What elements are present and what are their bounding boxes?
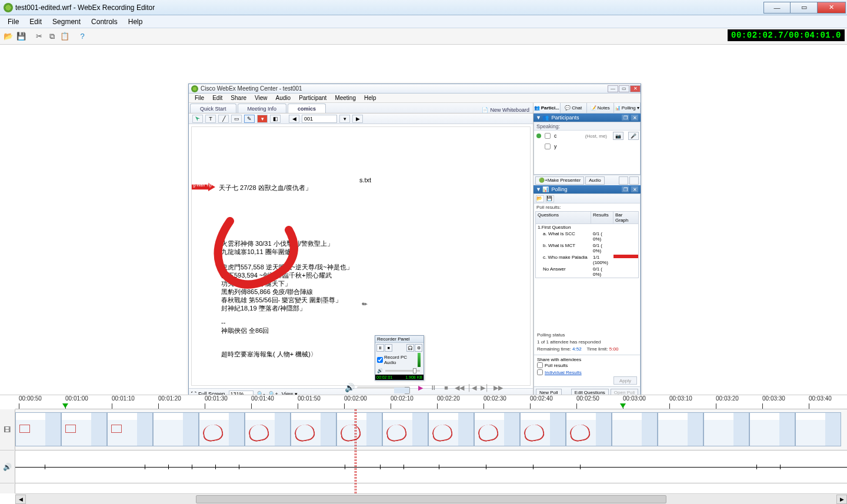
page-number-field[interactable] bbox=[302, 115, 337, 123]
stop-button[interactable]: ■ bbox=[442, 383, 451, 392]
make-presenter-button[interactable]: 🟢+ Make Presenter bbox=[535, 176, 584, 185]
page-dropdown-icon[interactable]: ▾ bbox=[339, 115, 350, 123]
menu-edit[interactable]: Edit bbox=[24, 16, 47, 27]
right-tab-notes[interactable]: 📝 Notes bbox=[587, 103, 614, 113]
line-tool-icon[interactable]: ╱ bbox=[218, 115, 229, 123]
menu-help[interactable]: Help bbox=[123, 16, 148, 27]
share-poll-results-checkbox[interactable] bbox=[537, 362, 543, 368]
whiteboard-canvas[interactable]: g-Wan Yip s.txt 天子七 27/28 凶獸之血/復仇者」 火雲邪神… bbox=[191, 126, 531, 386]
polling-close-icon[interactable]: ✕ bbox=[631, 186, 638, 192]
webex-max-button[interactable]: ▭ bbox=[619, 85, 629, 92]
timeline-thumbnail[interactable] bbox=[336, 412, 382, 446]
webex-menu-share[interactable]: Share bbox=[227, 95, 250, 101]
scroll-right-icon[interactable]: ▶ bbox=[836, 495, 847, 504]
timeline-thumbnail[interactable] bbox=[612, 412, 658, 446]
color-tool-icon[interactable]: ▾ bbox=[257, 115, 268, 123]
paste-icon[interactable]: 📋 bbox=[59, 31, 71, 42]
menu-controls[interactable]: Controls bbox=[86, 16, 123, 27]
timeline-thumbnail[interactable] bbox=[658, 412, 703, 446]
timeline-thumbnail[interactable] bbox=[15, 412, 61, 446]
volume-slider[interactable] bbox=[357, 386, 410, 389]
webex-menu-meeting[interactable]: Meeting bbox=[331, 95, 359, 101]
webex-menu-view[interactable]: View bbox=[251, 95, 271, 101]
recorder-vol-thumb[interactable] bbox=[413, 368, 416, 373]
polling-popout-icon[interactable]: ❐ bbox=[622, 186, 629, 192]
minimize-button[interactable]: — bbox=[763, 2, 791, 14]
timeline-thumbnail[interactable] bbox=[428, 412, 474, 446]
timeline-thumbnail[interactable] bbox=[520, 412, 566, 446]
scroll-track[interactable] bbox=[26, 495, 836, 504]
audio-button[interactable]: Audio bbox=[585, 176, 604, 185]
prev-segment-button[interactable]: ◀◀ bbox=[455, 383, 464, 392]
timeline-ruler[interactable]: 00:00:5000:01:0000:01:1000:01:2000:01:30… bbox=[15, 395, 847, 409]
tab-comics[interactable]: comics bbox=[288, 104, 326, 113]
timeline-thumbnail[interactable] bbox=[703, 412, 749, 446]
new-whiteboard-button[interactable]: 📄 New Whiteboard bbox=[482, 107, 529, 113]
pen-tool-icon[interactable]: ✎ bbox=[244, 115, 255, 123]
open-icon[interactable]: 📂 bbox=[2, 31, 14, 42]
webex-menu-edit[interactable]: Edit bbox=[209, 95, 226, 101]
ruler-marker-icon[interactable] bbox=[62, 403, 68, 408]
right-tab-chat[interactable]: 💬 Chat bbox=[561, 103, 588, 113]
volume-control[interactable]: 🔊 bbox=[345, 383, 410, 392]
scroll-left-icon[interactable]: ◀ bbox=[15, 495, 26, 504]
volume-thumb[interactable] bbox=[404, 387, 410, 394]
video-track-icon[interactable]: 🎞 bbox=[0, 409, 14, 450]
webex-min-button[interactable]: — bbox=[608, 85, 618, 92]
page-prev-icon[interactable]: ◀ bbox=[289, 115, 299, 123]
audio-track-icon[interactable]: 🔊 bbox=[0, 450, 14, 483]
poll-save-icon[interactable]: 💾 bbox=[546, 195, 554, 202]
timeline-thumbnail[interactable] bbox=[245, 412, 291, 446]
rect-tool-icon[interactable]: ▭ bbox=[231, 115, 242, 123]
help-icon[interactable]: ? bbox=[76, 31, 88, 42]
copy-icon[interactable]: ⧉ bbox=[46, 31, 58, 42]
right-tab-polling[interactable]: 📊 Polling ▾ bbox=[614, 103, 641, 113]
thumbnail-track[interactable] bbox=[15, 409, 847, 450]
step-back-button[interactable]: │◀ bbox=[468, 383, 477, 392]
pause-button[interactable]: ⏸ bbox=[429, 383, 438, 392]
recorder-panel[interactable]: Recorder Panel ⏸ ■ 🎧 ⚙ Record PC Audio bbox=[375, 335, 424, 380]
text-tool-icon[interactable]: T bbox=[205, 115, 216, 123]
right-tab-participants[interactable]: 👥 Partici... bbox=[533, 103, 561, 113]
timeline-thumbnail[interactable] bbox=[107, 412, 153, 446]
participants-close-icon[interactable]: ✕ bbox=[631, 115, 638, 121]
share-individual-checkbox[interactable] bbox=[537, 369, 543, 375]
menu-file[interactable]: File bbox=[2, 16, 24, 27]
recorder-settings-icon[interactable]: ⚙ bbox=[415, 344, 422, 352]
save-icon[interactable]: 💾 bbox=[15, 31, 27, 42]
cut-icon[interactable]: ✂ bbox=[33, 31, 45, 42]
close-button[interactable]: ✕ bbox=[818, 2, 846, 14]
recorder-mic-icon[interactable]: 🎧 bbox=[406, 344, 414, 352]
recorder-pause-icon[interactable]: ⏸ bbox=[376, 344, 384, 352]
pointer-tool-icon[interactable] bbox=[192, 115, 203, 123]
record-pc-audio-checkbox[interactable] bbox=[377, 357, 383, 363]
step-forward-button[interactable]: ▶│ bbox=[481, 383, 490, 392]
timeline-thumbnail[interactable] bbox=[61, 412, 107, 446]
mute-icon[interactable]: 🎤 bbox=[628, 132, 639, 140]
webex-menu-file[interactable]: File bbox=[191, 95, 208, 101]
poll-open-icon[interactable]: 📂 bbox=[536, 195, 544, 202]
camera-icon[interactable]: 📷 bbox=[613, 132, 623, 140]
webex-close-button[interactable]: ✕ bbox=[630, 85, 641, 92]
play-button[interactable]: ▶ bbox=[416, 383, 425, 392]
webex-menu-help[interactable]: Help bbox=[361, 95, 380, 101]
horizontal-scrollbar[interactable]: ◀ ▶ bbox=[15, 493, 847, 504]
participant-row[interactable]: c(Host, me)📷🎤 bbox=[534, 131, 640, 141]
tab-meetinginfo[interactable]: Meeting Info bbox=[238, 104, 287, 113]
timeline-thumbnail[interactable] bbox=[795, 412, 841, 446]
timeline-thumbnail[interactable] bbox=[749, 412, 795, 446]
participants-popout-icon[interactable]: ❐ bbox=[622, 115, 629, 121]
timeline-thumbnail[interactable] bbox=[291, 412, 336, 446]
ruler-marker-icon[interactable] bbox=[620, 403, 626, 408]
recorder-stop-icon[interactable]: ■ bbox=[385, 344, 392, 352]
timeline-thumbnail[interactable] bbox=[566, 412, 612, 446]
maximize-button[interactable]: ▭ bbox=[791, 2, 818, 14]
participant-row[interactable]: y bbox=[534, 141, 640, 152]
view-toggle-1-icon[interactable] bbox=[619, 176, 628, 185]
eraser-tool-icon[interactable]: ◧ bbox=[270, 115, 281, 123]
timeline-thumbnail[interactable] bbox=[382, 412, 428, 446]
view-toggle-2-icon[interactable] bbox=[629, 176, 639, 185]
next-segment-button[interactable]: ▶▶ bbox=[493, 383, 503, 392]
scroll-thumb[interactable] bbox=[196, 495, 666, 503]
webex-menu-audio[interactable]: Audio bbox=[272, 95, 295, 101]
